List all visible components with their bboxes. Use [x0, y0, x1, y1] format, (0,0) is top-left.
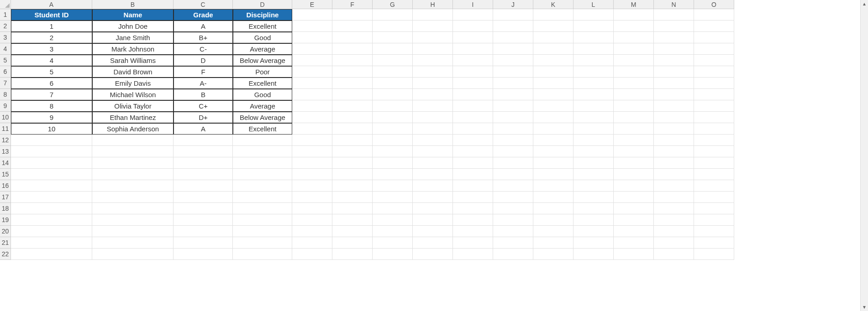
cell-E2[interactable] — [292, 21, 332, 32]
cell-G19[interactable] — [373, 214, 413, 226]
cell-B10[interactable]: Ethan Martinez — [92, 112, 174, 123]
cell-O1[interactable] — [694, 9, 734, 21]
cell-M5[interactable] — [614, 55, 654, 66]
cell-I1[interactable] — [453, 9, 493, 21]
cell-J5[interactable] — [493, 55, 533, 66]
cell-G10[interactable] — [373, 112, 413, 123]
cell-J11[interactable] — [493, 123, 533, 135]
cell-J15[interactable] — [493, 169, 533, 180]
cell-M10[interactable] — [614, 112, 654, 123]
cell-D14[interactable] — [233, 157, 292, 169]
cell-J8[interactable] — [493, 89, 533, 100]
cell-G1[interactable] — [373, 9, 413, 21]
cell-K3[interactable] — [533, 32, 573, 43]
cell-G13[interactable] — [373, 146, 413, 157]
cell-B4[interactable]: Mark Johnson — [92, 43, 174, 55]
cell-L17[interactable] — [573, 192, 614, 203]
cell-H22[interactable] — [413, 249, 453, 260]
cell-B11[interactable]: Sophia Anderson — [92, 123, 174, 135]
cell-C15[interactable] — [174, 169, 233, 180]
cell-N22[interactable] — [654, 249, 694, 260]
cell-J3[interactable] — [493, 32, 533, 43]
cell-J12[interactable] — [493, 135, 533, 146]
cell-G18[interactable] — [373, 203, 413, 214]
row-header-9[interactable]: 9 — [0, 100, 11, 112]
cell-L3[interactable] — [573, 32, 614, 43]
cell-F9[interactable] — [332, 100, 373, 112]
cell-K19[interactable] — [533, 214, 573, 226]
cell-C19[interactable] — [174, 214, 233, 226]
cell-N9[interactable] — [654, 100, 694, 112]
cell-D12[interactable] — [233, 135, 292, 146]
cell-N14[interactable] — [654, 157, 694, 169]
cell-D20[interactable] — [233, 226, 292, 237]
cell-A11[interactable]: 10 — [11, 123, 92, 135]
cell-L16[interactable] — [573, 180, 614, 192]
cell-H7[interactable] — [413, 78, 453, 89]
cell-A4[interactable]: 3 — [11, 43, 92, 55]
cell-L9[interactable] — [573, 100, 614, 112]
cell-M12[interactable] — [614, 135, 654, 146]
cell-O10[interactable] — [694, 112, 734, 123]
cell-M1[interactable] — [614, 9, 654, 21]
cell-I10[interactable] — [453, 112, 493, 123]
cell-M16[interactable] — [614, 180, 654, 192]
cell-F19[interactable] — [332, 214, 373, 226]
cell-G22[interactable] — [373, 249, 413, 260]
cell-H12[interactable] — [413, 135, 453, 146]
cell-N21[interactable] — [654, 237, 694, 249]
cell-F8[interactable] — [332, 89, 373, 100]
cell-E13[interactable] — [292, 146, 332, 157]
cell-B18[interactable] — [92, 203, 174, 214]
cell-G9[interactable] — [373, 100, 413, 112]
cell-K6[interactable] — [533, 66, 573, 78]
cell-L20[interactable] — [573, 226, 614, 237]
cell-O4[interactable] — [694, 43, 734, 55]
cell-F4[interactable] — [332, 43, 373, 55]
cell-M8[interactable] — [614, 89, 654, 100]
col-header-K[interactable]: K — [533, 0, 573, 9]
cell-K16[interactable] — [533, 180, 573, 192]
cell-A17[interactable] — [11, 192, 92, 203]
cell-I6[interactable] — [453, 66, 493, 78]
cell-H8[interactable] — [413, 89, 453, 100]
cell-N10[interactable] — [654, 112, 694, 123]
cell-C1[interactable]: Grade — [174, 9, 233, 21]
cell-G3[interactable] — [373, 32, 413, 43]
cell-K9[interactable] — [533, 100, 573, 112]
cell-J7[interactable] — [493, 78, 533, 89]
cell-F1[interactable] — [332, 9, 373, 21]
cell-F13[interactable] — [332, 146, 373, 157]
cell-H9[interactable] — [413, 100, 453, 112]
cell-G11[interactable] — [373, 123, 413, 135]
cell-D22[interactable] — [233, 249, 292, 260]
cell-E21[interactable] — [292, 237, 332, 249]
cell-G20[interactable] — [373, 226, 413, 237]
cell-O19[interactable] — [694, 214, 734, 226]
cell-L1[interactable] — [573, 9, 614, 21]
cell-N17[interactable] — [654, 192, 694, 203]
cell-J19[interactable] — [493, 214, 533, 226]
cell-K21[interactable] — [533, 237, 573, 249]
cell-O21[interactable] — [694, 237, 734, 249]
cell-N6[interactable] — [654, 66, 694, 78]
row-header-14[interactable]: 14 — [0, 157, 11, 169]
cell-M6[interactable] — [614, 66, 654, 78]
cell-D15[interactable] — [233, 169, 292, 180]
cell-G5[interactable] — [373, 55, 413, 66]
cell-M18[interactable] — [614, 203, 654, 214]
cell-C3[interactable]: B+ — [174, 32, 233, 43]
cell-C6[interactable]: F — [174, 66, 233, 78]
cell-L2[interactable] — [573, 21, 614, 32]
cell-I8[interactable] — [453, 89, 493, 100]
cell-M15[interactable] — [614, 169, 654, 180]
cell-I16[interactable] — [453, 180, 493, 192]
cell-F5[interactable] — [332, 55, 373, 66]
cell-L5[interactable] — [573, 55, 614, 66]
cell-J6[interactable] — [493, 66, 533, 78]
cell-H4[interactable] — [413, 43, 453, 55]
cell-K5[interactable] — [533, 55, 573, 66]
cell-L10[interactable] — [573, 112, 614, 123]
cell-H17[interactable] — [413, 192, 453, 203]
cell-L14[interactable] — [573, 157, 614, 169]
